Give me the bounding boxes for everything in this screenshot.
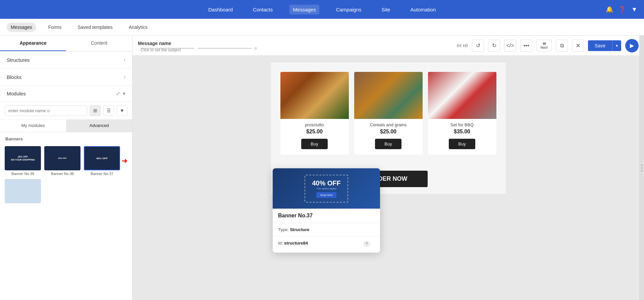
structures-section[interactable]: Structures › — [0, 51, 132, 69]
module-search-input[interactable] — [5, 105, 87, 116]
save-dropdown-button[interactable]: ▾ — [612, 40, 621, 51]
product-grid: prosciutto $25.00 Buy Cereals and grains… — [271, 62, 506, 164]
popup-id-label: Id: — [278, 241, 283, 246]
popup-type-value: Structure — [290, 227, 309, 232]
test-icon: ✉ — [543, 42, 546, 46]
buy-button-1[interactable]: Buy — [301, 139, 327, 149]
product-card-3: Set for BBQ $35.00 Buy — [428, 72, 496, 155]
product-card-2: Cereals and grains $25.00 Buy — [354, 72, 423, 155]
blocks-chevron-icon: › — [124, 74, 125, 80]
buy-button-3[interactable]: Buy — [449, 139, 475, 149]
message-subject[interactable]: Click to set the subject — [138, 46, 453, 51]
banner-39-label: Banner No.39 — [5, 172, 41, 176]
save-button[interactable]: Save — [588, 40, 612, 51]
tab-analytics[interactable]: Analytics — [125, 23, 152, 32]
notification-icon[interactable]: 🔔 — [606, 6, 613, 13]
handle-dot — [641, 167, 642, 169]
nav-dashboard[interactable]: Dashboard — [205, 5, 236, 14]
subject-dot — [254, 47, 257, 50]
second-navigation: Messages Forms Saved templates Analytics — [0, 19, 644, 36]
code-view-button[interactable]: </> — [504, 40, 516, 52]
banner-39-text: 20% OFFON YOUR SHOPPING — [11, 155, 35, 161]
banner-popup: 40% OFF *On select styles Shop Now Banne… — [273, 168, 380, 253]
module-type-tabs: My modules Advanced — [0, 120, 132, 132]
nav-contacts[interactable]: Contacts — [250, 5, 276, 14]
account-dropdown-icon[interactable]: ▼ — [631, 6, 637, 13]
product-image-1 — [280, 72, 349, 119]
banner-thumb-38: 20% OFF — [44, 146, 80, 170]
advanced-tab[interactable]: Advanced — [66, 120, 132, 132]
nav-site[interactable]: Site — [378, 5, 394, 14]
banner-thumb-37: 40% OFF — [84, 146, 120, 170]
copy-button[interactable]: ⧉ — [556, 40, 568, 52]
popup-divider-2 — [273, 236, 380, 237]
close-button[interactable]: ✕ — [572, 40, 584, 52]
tab-messages[interactable]: Messages — [7, 23, 36, 32]
undo-button[interactable]: ↺ — [472, 40, 484, 52]
popup-id-value: structure84 — [284, 241, 308, 246]
product-name-3: Set for BBQ — [431, 122, 494, 127]
banner-item-38[interactable]: 20% OFF Banner No.38 — [44, 146, 80, 176]
product-price-3: $35.00 — [429, 129, 495, 135]
subject-placeholder: Click to set the subject — [141, 48, 194, 49]
banner-thumb-extra — [5, 179, 41, 203]
popup-shop-now-button[interactable]: Shop Now — [316, 192, 337, 198]
save-group: Save ▾ — [588, 40, 621, 51]
more-options-button[interactable]: ••• — [520, 40, 532, 52]
popup-help-icon[interactable]: ? — [363, 241, 370, 247]
banner-37-label: Banner No.37 — [84, 172, 120, 176]
message-name-title: Message name — [138, 41, 453, 46]
blocks-section[interactable]: Blocks › — [0, 69, 132, 86]
banner-item-39[interactable]: 20% OFFON YOUR SHOPPING Banner No.39 — [5, 146, 41, 176]
top-nav-icons: 🔔 ❓ ▼ — [606, 6, 637, 13]
handle-dot — [641, 170, 642, 171]
popup-type-info: Type: Structure — [273, 226, 380, 233]
sidebar-tab-bar: Appearance Content — [0, 36, 132, 51]
banner-item-extra[interactable] — [5, 179, 41, 203]
product-price-2: $25.00 — [356, 129, 421, 135]
product-name-2: Cereals and grains — [357, 122, 420, 127]
handle-dot — [641, 165, 642, 166]
product-image-3 — [428, 72, 496, 119]
my-modules-tab[interactable]: My modules — [0, 120, 66, 132]
play-button[interactable]: ▶ — [625, 39, 639, 52]
popup-preview: 40% OFF *On select styles Shop Now — [273, 168, 380, 209]
popup-id-info: Id: structure84 ? — [273, 239, 380, 247]
nav-campaigns[interactable]: Campaigns — [333, 5, 365, 14]
file-size: 64 kB — [457, 43, 468, 48]
structures-chevron-icon: › — [124, 57, 125, 63]
expand-icon[interactable]: ⤢ — [116, 90, 120, 97]
right-resize-handle[interactable] — [639, 36, 644, 300]
filter-button[interactable]: ▼ — [117, 105, 127, 116]
tab-appearance[interactable]: Appearance — [0, 36, 66, 51]
banner-38-label: Banner No.38 — [44, 172, 80, 176]
nav-messages[interactable]: Messages — [289, 5, 319, 14]
tab-content[interactable]: Content — [66, 36, 132, 51]
modules-icons: ⤢ ▾ — [116, 90, 125, 97]
test-label: TEST — [540, 46, 548, 49]
banner-38-text: 20% OFF — [57, 156, 68, 161]
banner-item-37[interactable]: 40% OFF Banner No.37 ➜ — [84, 146, 120, 176]
help-icon[interactable]: ❓ — [619, 6, 626, 13]
tab-saved-templates[interactable]: Saved templates — [73, 23, 116, 32]
structures-label: Structures — [7, 57, 30, 63]
subject-progress-bar — [198, 48, 252, 49]
grid-view-button[interactable]: ⊞ — [90, 105, 101, 116]
popup-banner-content: 40% OFF *On select styles Shop Now — [305, 175, 348, 203]
toolbar: Message name Click to set the subject 64… — [132, 36, 644, 56]
popup-type-label: Type: — [278, 227, 289, 232]
test-button[interactable]: ✉ TEST — [536, 40, 552, 52]
product-card-1: prosciutto $25.00 Buy — [280, 72, 349, 155]
banner-37-text: 40% OFF — [96, 157, 108, 160]
buy-button-2[interactable]: Buy — [375, 139, 401, 149]
redo-button[interactable]: ↻ — [488, 40, 500, 52]
list-view-button[interactable]: ☰ — [103, 105, 114, 116]
collapse-icon[interactable]: ▾ — [123, 90, 125, 97]
blocks-label: Blocks — [7, 74, 21, 80]
email-preview: prosciutto $25.00 Buy Cereals and grains… — [132, 56, 644, 300]
tab-forms[interactable]: Forms — [44, 23, 66, 32]
product-name-1: prosciutto — [283, 122, 346, 127]
nav-automation[interactable]: Automation — [407, 5, 439, 14]
popup-title: Banner No.37 — [273, 209, 380, 220]
selection-arrow-icon: ➜ — [121, 157, 127, 165]
